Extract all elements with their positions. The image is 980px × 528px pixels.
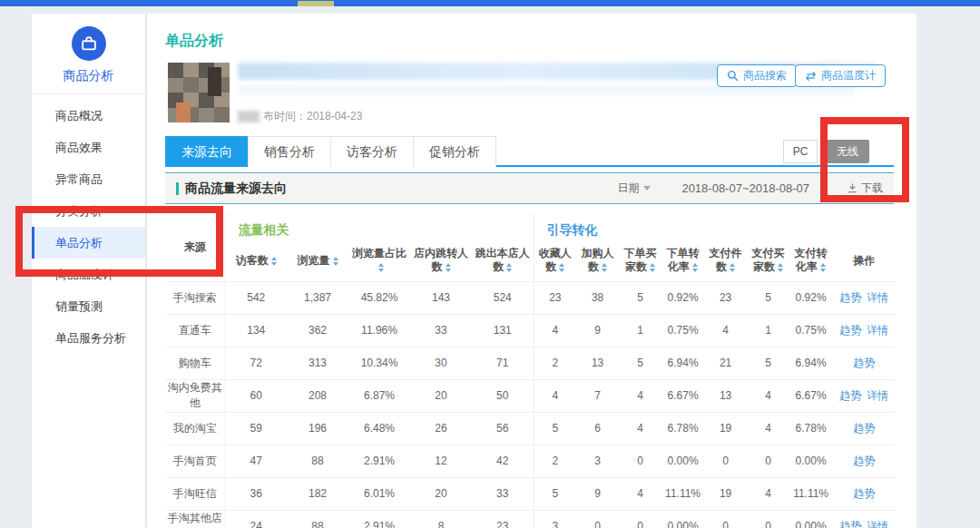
sidebar-item-异常商品[interactable]: 异常商品 (32, 163, 145, 195)
cell-value: 50 (472, 379, 534, 412)
date-range-value[interactable]: 2018-08-07~2018-08-07 (681, 181, 809, 195)
cell-value: 6 (576, 412, 619, 445)
row-actions: 趋势 (832, 445, 896, 477)
trend-link[interactable]: 趋势 (853, 422, 875, 435)
column-header-加购人数[interactable]: 加购人数 (576, 240, 619, 281)
row-actions: 趋势 (832, 412, 896, 445)
cell-value: 4 (747, 379, 789, 412)
sort-icon[interactable] (820, 263, 826, 272)
action-column-header: 操作 (832, 240, 896, 281)
sidebar-item-单品分析[interactable]: 单品分析 (32, 227, 145, 259)
cell-value: 0.00% (789, 445, 832, 477)
conversion-group-header: 引导转化 (534, 213, 832, 240)
tab-销售分析[interactable]: 销售分析 (248, 136, 330, 167)
column-header-店内跳转人数[interactable]: 店内跳转人数 (410, 240, 472, 281)
detail-link[interactable]: 详情 (867, 520, 888, 528)
sort-icon[interactable] (730, 263, 735, 272)
detail-link[interactable]: 详情 (867, 389, 888, 402)
sort-icon[interactable] (778, 263, 783, 272)
cell-value: 0 (619, 510, 662, 528)
cell-value: 2.91% (348, 445, 410, 477)
column-header-支付转化率[interactable]: 支付转化率 (789, 240, 832, 281)
column-header-访客数[interactable]: 访客数 (225, 240, 287, 281)
action-group-spacer (832, 213, 896, 240)
tab-来源去向[interactable]: 来源去向 (165, 136, 248, 167)
trend-link[interactable]: 趋势 (853, 357, 875, 369)
sidebar-item-分类分析[interactable]: 分类分析 (32, 195, 145, 227)
download-button[interactable]: 下载 (848, 181, 883, 196)
column-header-浏览量[interactable]: 浏览量 (287, 240, 348, 281)
sort-icon[interactable] (650, 263, 655, 272)
cell-value: 4 (619, 379, 662, 412)
sidebar-item-单品服务分析[interactable]: 单品服务分析 (32, 322, 145, 354)
sidebar-item-销量预测[interactable]: 销量预测 (32, 290, 145, 322)
cell-value: 5 (747, 347, 789, 379)
sidebar-item-商品温度计[interactable]: 商品温度计 (32, 259, 145, 290)
cell-value: 5 (534, 477, 576, 510)
wireless-toggle-button[interactable]: 无线 (826, 140, 869, 163)
sidebar-item-商品概况[interactable]: 商品概况 (32, 100, 145, 132)
cell-value: 0.75% (789, 314, 832, 347)
cell-value: 33 (472, 477, 534, 510)
cell-value: 0 (619, 445, 662, 477)
table-row: 手淘其他店铺商品24882.91%8233000.00%000.00%趋势详情 (165, 510, 896, 528)
cell-value: 26 (410, 412, 472, 445)
cell-value: 4 (534, 314, 576, 347)
column-header-支付件数[interactable]: 支付件数 (704, 240, 747, 281)
trend-link[interactable]: 趋势 (839, 324, 861, 337)
detail-link[interactable]: 详情 (867, 324, 888, 337)
table-row: 购物车7231310.34%307121356.94%2156.94%趋势 (165, 347, 896, 379)
date-dropdown[interactable]: 日期 (617, 181, 651, 196)
trend-link[interactable]: 趋势 (853, 455, 875, 467)
trend-link[interactable]: 趋势 (839, 520, 861, 528)
sort-icon[interactable] (692, 263, 698, 272)
column-header-下单买家数[interactable]: 下单买家数 (619, 240, 662, 281)
product-search-button[interactable]: 商品搜索 (717, 64, 797, 87)
cell-value: 23 (534, 281, 576, 314)
column-header-下单转化率[interactable]: 下单转化率 (662, 240, 704, 281)
column-header-收藏人数[interactable]: 收藏人数 (534, 240, 576, 281)
sort-icon[interactable] (559, 263, 564, 272)
cell-value: 362 (287, 314, 348, 347)
trend-link[interactable]: 趋势 (839, 291, 861, 304)
sidebar-item-商品效果[interactable]: 商品效果 (32, 132, 145, 163)
swap-arrows-icon (805, 71, 817, 82)
cell-value: 2.91% (348, 510, 410, 528)
cell-value: 88 (287, 445, 348, 477)
cell-value: 4 (747, 477, 789, 510)
source-column-header[interactable]: 来源 (165, 213, 225, 281)
cell-value: 13 (704, 379, 747, 412)
chevron-down-icon (643, 186, 651, 191)
sort-icon[interactable] (602, 263, 607, 272)
cell-value: 4 (534, 379, 576, 412)
sort-icon[interactable] (271, 257, 277, 266)
sort-icon[interactable] (506, 263, 512, 272)
column-header-浏览量占比[interactable]: 浏览量占比 (348, 240, 410, 281)
cell-value: 0.92% (662, 281, 704, 314)
cell-value: 36 (225, 477, 287, 510)
trend-link[interactable]: 趋势 (853, 487, 875, 500)
tab-促销分析[interactable]: 促销分析 (413, 136, 496, 167)
cell-value: 20 (410, 477, 472, 510)
pc-toggle-button[interactable]: PC (783, 140, 818, 163)
cell-value: 0 (747, 510, 789, 528)
sort-icon[interactable] (446, 263, 451, 272)
cell-value: 71 (472, 347, 534, 379)
table-row: 我的淘宝591966.48%26565646.78%1946.78%趋势 (165, 412, 896, 445)
cell-value: 6.67% (662, 379, 704, 412)
sort-icon[interactable] (333, 257, 338, 266)
cell-value: 11.11% (789, 477, 832, 510)
trend-link[interactable]: 趋势 (839, 389, 861, 402)
row-source-购物车: 购物车 (165, 347, 225, 379)
column-header-label: 支付件数 (710, 247, 742, 273)
column-header-跳出本店人数[interactable]: 跳出本店人数 (472, 240, 534, 281)
section-marker (176, 182, 179, 195)
column-header-支付买家数[interactable]: 支付买家数 (747, 240, 789, 281)
cell-value: 4 (619, 412, 662, 445)
detail-link[interactable]: 详情 (867, 291, 888, 304)
product-thermometer-button[interactable]: 商品温度计 (795, 64, 886, 87)
product-analysis-icon (72, 26, 106, 61)
sort-icon[interactable] (378, 263, 384, 272)
cell-value: 2 (534, 347, 576, 379)
tab-访客分析[interactable]: 访客分析 (330, 136, 413, 167)
